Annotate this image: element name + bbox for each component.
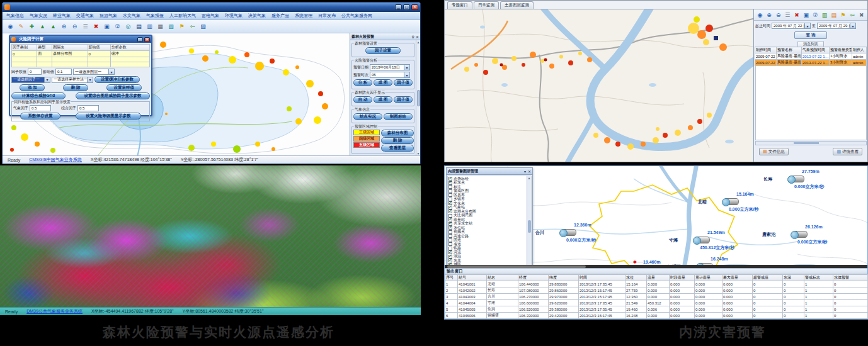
pin-icon[interactable]: ⚲ <box>412 35 414 39</box>
checkbox-icon[interactable] <box>448 234 452 238</box>
menu-item[interactable]: 公共气象服务网 <box>341 13 372 19</box>
checkbox-icon[interactable] <box>448 181 452 185</box>
risk-level-style-button[interactable]: 设置火险等级图显示参数 <box>76 113 141 120</box>
data-col-header[interactable]: 时段雨量 <box>670 275 695 281</box>
sample-select[interactable]: 一请选择采样方法一▾ <box>52 77 93 83</box>
data-col-header[interactable]: 水体预警 <box>833 275 868 281</box>
checkbox-icon[interactable] <box>448 193 452 197</box>
image-icon[interactable]: ▨ <box>198 22 208 31</box>
weather-button[interactable]: 制图标绘 <box>384 113 413 120</box>
weather-factor-input[interactable]: 0.5 <box>30 105 51 111</box>
menu-item[interactable]: 服务产品 <box>271 13 289 19</box>
station-data-row[interactable]: 641046006铜罐驿106.33000029.420000 2013/12/… <box>445 313 868 319</box>
menu-item[interactable]: 系统管理 <box>295 13 312 19</box>
collapse-icon[interactable]: ▾ <box>524 169 526 174</box>
display-button[interactable]: 成 图 <box>374 96 392 103</box>
data-col-header[interactable]: 序号 <box>445 275 458 281</box>
tree-icon[interactable]: ▲ <box>38 22 47 31</box>
sidebar-hscrollbar[interactable] <box>755 141 867 145</box>
data-col-header[interactable]: 纬度 <box>549 275 579 281</box>
layers-icon[interactable]: ▥ <box>145 22 154 31</box>
fire-titlebar[interactable]: ▁ ▢ ✕ <box>3 3 420 12</box>
zoom-out-icon[interactable]: ⊖ <box>70 22 79 31</box>
analysis-button[interactable]: 成 图 <box>374 79 392 86</box>
data-col-header[interactable]: 站名 <box>487 275 518 281</box>
station-data-table[interactable]: 序号站号站名经度纬度时间水位流量时段雨量累计雨量最大雨量超警戒值水深警戒标志水体… <box>445 274 868 319</box>
minimize-button[interactable]: ▁ <box>395 4 402 10</box>
menu-item[interactable]: 气象实况 <box>30 13 47 19</box>
impact-input[interactable]: 0.1 <box>55 69 72 75</box>
print-icon[interactable]: ▦ <box>156 22 165 31</box>
data-col-header[interactable]: 超警戒值 <box>753 275 783 281</box>
page2-icon[interactable]: ② <box>811 11 819 20</box>
panel-scrollbar[interactable]: ▲▼ <box>416 40 420 155</box>
composite-factor-input[interactable]: 0.5 <box>77 105 99 111</box>
fire-map[interactable]: 长沙市 <box>3 33 350 155</box>
factor-table[interactable]: 因子类别类型图层名影响值分析参数 0面森林分布图0缓冲 <box>11 44 150 67</box>
maximize-button[interactable]: ▢ <box>403 4 410 10</box>
station-data-row[interactable]: 241042002长寿107.08000029.860000 2013/12/3… <box>445 287 868 294</box>
flag-icon[interactable]: ⚑ <box>839 11 847 20</box>
warning-time-select[interactable]: 05▾ <box>370 72 410 78</box>
zoom-in-icon[interactable]: ⊕ <box>59 22 69 31</box>
message-col-header[interactable]: 制作时间 <box>755 47 777 53</box>
remote-sensing-image[interactable] <box>0 165 421 307</box>
menu-item[interactable]: 日常发布 <box>318 13 336 19</box>
weight-input[interactable]: 0 <box>28 69 42 75</box>
pin-icon[interactable]: ⚑ <box>177 22 186 31</box>
menu-item[interactable]: 交通气象 <box>76 13 94 19</box>
checkbox-icon[interactable] <box>448 185 452 189</box>
warning-message-table[interactable]: 制作时间预警名称气象预报时间预警雨量类型制作人 2009-07-22 1…风险暴… <box>755 47 867 66</box>
date-to-select[interactable]: 2009 年 07 月 29 日▾ <box>817 23 856 29</box>
layer-select[interactable]: 一请选择图层一▾ <box>73 69 115 75</box>
dialog-titlebar[interactable]: 火险因子计算 ▁✕ <box>10 36 151 43</box>
region-action-button[interactable]: 森林分布图 <box>381 130 414 137</box>
compute-grid-button[interactable]: 计算综合威胁Grid <box>11 92 66 99</box>
menu-item[interactable]: 人工影响天气 <box>169 13 196 19</box>
data-col-header[interactable]: 流量 <box>647 275 670 281</box>
data-col-header[interactable]: 经度 <box>518 275 549 281</box>
checkbox-icon[interactable] <box>448 238 452 242</box>
back-icon[interactable]: ⇦ <box>848 11 857 20</box>
menu-item[interactable]: 决策气象 <box>248 13 266 19</box>
station-data-row[interactable]: 341043003合川106.27000029.970000 2013/12/3… <box>445 294 868 300</box>
buffer-params-button[interactable]: 设置缓冲分析参数 <box>94 76 140 83</box>
weather-button[interactable]: 站点实况 <box>353 113 382 120</box>
factor-col-header[interactable]: 分析参数 <box>110 45 149 51</box>
message-row[interactable]: 2009-07-22 1…风险暴雨·暴雨…2013-07-22 1…1小时降水a… <box>755 53 867 60</box>
checkbox-icon[interactable] <box>448 242 452 246</box>
menu-item[interactable]: 林业气象 <box>53 13 71 19</box>
menu-item[interactable]: 气象预报 <box>146 13 164 19</box>
factor-col-header[interactable]: 类型 <box>37 45 52 51</box>
checkbox-icon[interactable] <box>448 209 452 213</box>
layer-add-icon[interactable]: ✚ <box>27 22 37 31</box>
dialog-close-button[interactable]: ✕ <box>144 37 150 42</box>
factor-setting-button[interactable]: 因子设置 <box>365 47 401 54</box>
query-button[interactable]: 查 询 <box>794 31 827 39</box>
menu-item[interactable]: 旅游气象 <box>100 13 117 19</box>
data-col-header[interactable]: 警戒标志 <box>804 275 833 281</box>
close-icon[interactable]: ✕ <box>416 35 419 39</box>
message-list-empty[interactable] <box>755 66 867 140</box>
layer-style-button[interactable]: 设置综合图层威胁因子显示参数 <box>76 92 150 99</box>
back-icon[interactable]: ⇦ <box>188 22 197 31</box>
chart-icon[interactable]: ▥ <box>821 11 829 20</box>
dialog-minimize-button[interactable]: ▁ <box>137 37 143 42</box>
data-col-header[interactable]: 水深 <box>783 275 804 281</box>
analysis-button[interactable]: 分 析 <box>353 79 372 86</box>
window-icon[interactable]: ▣ <box>802 11 810 20</box>
delete-button[interactable]: 删 除 <box>63 84 88 91</box>
status-link[interactable]: DM39公共气象服务业务系统 <box>26 308 83 315</box>
message-col-header[interactable]: 预警雨量类型 <box>830 47 852 53</box>
stop-icon[interactable]: ✖ <box>793 11 801 20</box>
window-icon[interactable]: ▣ <box>102 22 111 31</box>
flood-map[interactable]: 内涝预警图层管理 ▾✕ 态势标绘 积水点 标注 <box>445 166 867 265</box>
menu-item[interactable]: 环境气象 <box>225 13 243 19</box>
pan-icon[interactable]: ☰ <box>81 22 90 31</box>
zoom-in-icon[interactable]: ⊕ <box>765 11 774 20</box>
factor-select[interactable]: 一请选择因子一▾ <box>11 77 50 83</box>
factor-col-header[interactable]: 图层名 <box>52 45 88 51</box>
tree2-icon[interactable]: ▲ <box>49 22 58 31</box>
rain-map[interactable] <box>445 9 753 162</box>
data-col-header[interactable]: 水位 <box>625 275 647 281</box>
